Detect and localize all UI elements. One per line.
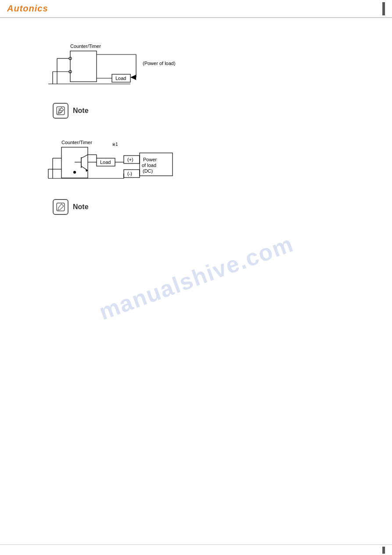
diagram1-section: Counter/Timer (Power of load) Load [26,40,366,98]
transistor-collector [81,155,88,158]
transistor-arrow [86,169,88,172]
note2-label: Note [73,203,89,211]
note2-icon [53,199,68,215]
diagram2-power-label1: Power [143,157,157,162]
diagram1-arrowhead [130,75,136,80]
note1-label: Note [73,107,89,115]
diagram2-power-label3: (DC) [143,168,153,174]
note1-section: Note [53,103,366,119]
logo: Autonics [7,4,48,14]
note2-section: Note [53,199,366,215]
footer-bar [382,547,385,554]
transistor-dot [73,171,76,174]
diagram2-minus-label: (-) [127,171,132,176]
note2-icon-svg [56,202,65,212]
footer [0,544,392,555]
header: Autonics [0,0,392,18]
diagram1-svg: Counter/Timer (Power of load) Load [26,40,246,97]
diagram2-section: Counter/Timer ※1 Load [26,136,366,195]
diagram2-power-label2: of load [142,163,156,168]
diagram2-footnote: ※1 [112,142,118,147]
diagram1-power-label: (Power of load) [143,61,176,66]
note1-icon [53,103,68,119]
header-bar [382,2,385,15]
diagram1-label: Counter/Timer [70,44,101,49]
main-content: Counter/Timer (Power of load) Load [0,18,392,224]
watermark: manualshive.com [95,230,297,325]
diagram1-box [70,51,97,82]
note1-icon-svg [56,106,65,116]
diagram2-svg: Counter/Timer ※1 Load [26,136,281,193]
diagram2-load-label: Load [100,160,111,165]
diagram2-label: Counter/Timer [61,140,92,145]
diagram2-plus-label: (+) [127,157,133,162]
diagram1-load-label: Load [115,76,126,81]
